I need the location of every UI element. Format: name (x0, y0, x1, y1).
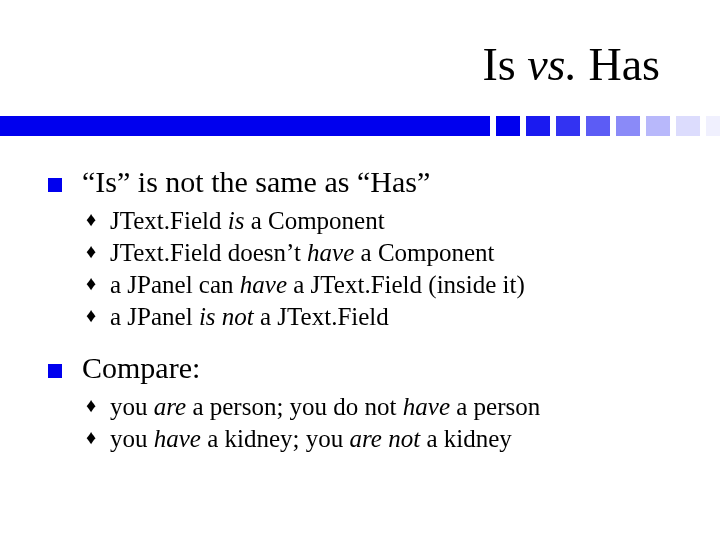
slide-body: “Is” is not the same as “Has”♦JText.Fiel… (48, 165, 680, 473)
accent-bar-main (0, 116, 490, 136)
sub-list: ♦you are a person; you do not have a per… (82, 391, 680, 455)
accent-bar-seg (556, 116, 580, 136)
bullet-level2-text: a JPanel can have a JText.Field (inside … (110, 271, 525, 298)
bullet-level1-text: “Is” is not the same as “Has” (82, 165, 430, 198)
title-part-b: Has (577, 39, 660, 90)
slide-title: Is vs. Has (482, 38, 660, 91)
bullet-level1: Compare: (48, 351, 680, 385)
bullet-level2-text: JText.Field doesn’t have a Component (110, 239, 495, 266)
bullet-level2: ♦you are a person; you do not have a per… (82, 391, 680, 423)
bullet-level2-text: JText.Field is a Component (110, 207, 385, 234)
diamond-bullet-icon: ♦ (86, 239, 96, 265)
square-bullet-icon (48, 364, 62, 378)
accent-bar-seg (646, 116, 670, 136)
bullet-level2-text: you have a kidney; you are not a kidney (110, 425, 512, 452)
bullet-level2: ♦JText.Field doesn’t have a Component (82, 237, 680, 269)
bullet-level2: ♦JText.Field is a Component (82, 205, 680, 237)
accent-bar-seg (706, 116, 720, 136)
bullet-level1: “Is” is not the same as “Has” (48, 165, 680, 199)
slide: Is vs. Has “Is” is not the same as “Has”… (0, 0, 720, 540)
title-part-a: Is (482, 39, 527, 90)
accent-bar (0, 116, 720, 136)
title-part-vs: vs. (527, 39, 577, 90)
accent-bar-seg (526, 116, 550, 136)
bullet-level2: ♦a JPanel is not a JText.Field (82, 301, 680, 333)
accent-bar-seg (496, 116, 520, 136)
diamond-bullet-icon: ♦ (86, 393, 96, 419)
diamond-bullet-icon: ♦ (86, 303, 96, 329)
diamond-bullet-icon: ♦ (86, 207, 96, 233)
bullet-level2: ♦a JPanel can have a JText.Field (inside… (82, 269, 680, 301)
sub-list: ♦JText.Field is a Component♦JText.Field … (82, 205, 680, 333)
accent-bar-seg (616, 116, 640, 136)
bullet-level2-text: you are a person; you do not have a pers… (110, 393, 540, 420)
diamond-bullet-icon: ♦ (86, 425, 96, 451)
bullet-level2-text: a JPanel is not a JText.Field (110, 303, 389, 330)
accent-bar-seg (676, 116, 700, 136)
square-bullet-icon (48, 178, 62, 192)
bullet-level2: ♦you have a kidney; you are not a kidney (82, 423, 680, 455)
accent-bar-seg (586, 116, 610, 136)
bullet-level1-text: Compare: (82, 351, 200, 384)
diamond-bullet-icon: ♦ (86, 271, 96, 297)
